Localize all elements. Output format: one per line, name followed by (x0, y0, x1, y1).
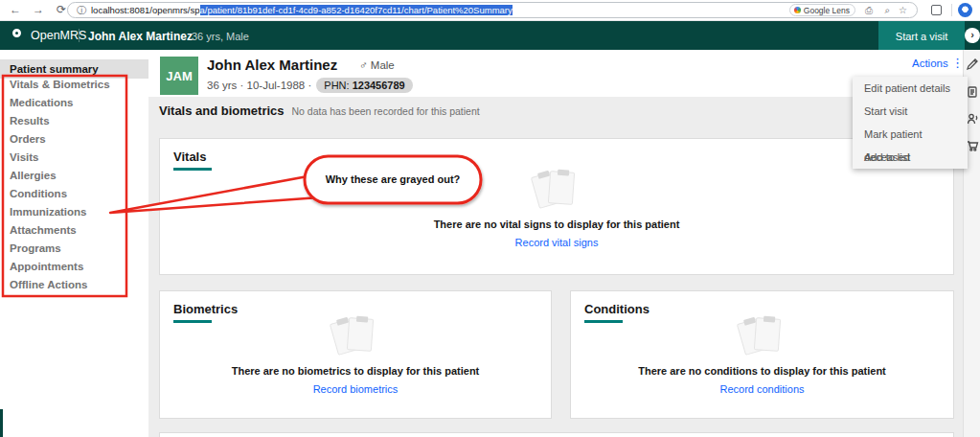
start-visit-button[interactable]: Start a visit (878, 21, 965, 50)
section-subtitle: No data has been recorded for this patie… (292, 105, 480, 117)
clinical-forms-icon[interactable] (966, 85, 979, 99)
url-plain: localhost:8081/openmrs/sp (91, 5, 200, 15)
openmrs-logo-icon[interactable] (12, 29, 21, 37)
sidebar-item-visits[interactable]: Visits (0, 149, 148, 167)
phn-value: 123456789 (353, 80, 405, 91)
avatar: JAM (160, 57, 198, 95)
profile-avatar[interactable] (958, 3, 972, 17)
sidebar-item-immunizations[interactable]: Immunizations (0, 203, 148, 221)
url-selected-text: a/patient/81b91def-cd1f-4cd9-a852-d16420… (200, 5, 513, 15)
patient-age-dob: 36 yrs · 10-Jul-1988 · (207, 80, 311, 91)
sidebar-item-results[interactable]: Results (0, 112, 148, 130)
menu-item-start-visit[interactable]: Start visit (853, 100, 968, 123)
sidebar-item-medications[interactable]: Medications (0, 94, 148, 112)
menu-item-add-to-list[interactable]: Add to list (853, 146, 968, 169)
left-nav: Patient summary Vitals & Biometrics Medi… (0, 50, 148, 437)
header-patient-meta: 36 yrs, Male (192, 31, 249, 42)
conditions-card: Conditions There are no conditions to di… (570, 290, 954, 419)
empty-state-illustration (533, 170, 581, 210)
header-divider (79, 29, 80, 42)
vitals-card: Vitals There are no vital signs to displ… (159, 138, 954, 275)
patient-name: John Alex Martinez (207, 57, 337, 73)
record-biometrics-link[interactable]: Record biometrics (313, 383, 399, 395)
header-patient-name: John Alex Martinez (88, 30, 193, 43)
conditions-card-title: Conditions (584, 302, 650, 316)
header-circle-button[interactable]: › (965, 28, 980, 43)
sidebar-item-allergies[interactable]: Allergies (0, 167, 148, 185)
actions-dropdown-menu: Edit patient details Start visit Mark pa… (853, 77, 968, 169)
google-lens-button[interactable]: Google Lens (789, 4, 855, 16)
person-icon[interactable] (966, 112, 979, 126)
url-bar[interactable]: ⓘ localhost:8081/openmrs/spa/patient/81b… (67, 2, 918, 18)
patient-demographics: 36 yrs · 10-Jul-1988 · PHN: 123456789 (207, 78, 413, 93)
sidebar-item-orders[interactable]: Orders (0, 130, 148, 149)
bookmark-star-icon[interactable]: ☆ (899, 5, 907, 15)
biometrics-empty-text: There are no biometrics to display for t… (232, 365, 480, 377)
empty-state-illustration (331, 316, 379, 356)
google-lens-label: Google Lens (804, 6, 850, 15)
phn-label: PHN: (324, 80, 349, 91)
cast-icon[interactable]: ⎙ (865, 5, 873, 16)
sidebar-item-vitals-biometrics[interactable]: Vitals & Biometrics (0, 76, 148, 94)
section-header: Vitals and biometrics No data has been r… (159, 104, 480, 118)
sidebar-item-conditions[interactable]: Conditions (0, 185, 148, 203)
google-lens-icon (794, 7, 801, 13)
record-vital-signs-link[interactable]: Record vital signs (515, 237, 599, 248)
url-text[interactable]: localhost:8081/openmrs/spa/patient/81b91… (91, 5, 513, 15)
vitals-card-title: Vitals (173, 150, 206, 164)
sidebar-item-attachments[interactable]: Attachments (0, 221, 148, 240)
next-card-partial (159, 432, 954, 437)
actions-button[interactable]: Actions (912, 58, 948, 69)
biometrics-card-title: Biometrics (173, 302, 238, 316)
patient-banner: JAM John Alex Martinez ♂ Male 36 yrs · 1… (148, 50, 964, 97)
sidebar-item-programs[interactable]: Programs (0, 240, 148, 258)
section-title: Vitals and biometrics (159, 104, 285, 118)
note-icon[interactable] (966, 58, 979, 71)
sidebar-item-offline-actions[interactable]: Offline Actions (0, 276, 148, 294)
zoom-icon[interactable]: ⌕ (884, 5, 890, 16)
left-edge-strip (0, 409, 3, 437)
menu-item-edit-patient-details[interactable]: Edit patient details (853, 77, 968, 100)
patient-gender: ♂ Male (359, 59, 395, 71)
vitals-empty-text: There are no vital signs to display for … (434, 218, 680, 230)
sidebar-item-appointments[interactable]: Appointments (0, 258, 148, 276)
conditions-empty-text: There are no conditions to display for t… (638, 365, 886, 377)
order-basket-icon[interactable] (966, 139, 979, 152)
side-panel-icon[interactable] (931, 5, 942, 15)
record-conditions-link[interactable]: Record conditions (719, 383, 804, 395)
toolbar-divider (951, 4, 952, 16)
biometrics-card: Biometrics There are no biometrics to di… (159, 290, 552, 419)
empty-state-illustration (739, 316, 786, 356)
forward-icon[interactable]: → (31, 2, 46, 17)
browser-toolbar: ← → ⟳ ⓘ localhost:8081/openmrs/spa/patie… (0, 0, 980, 21)
site-info-icon[interactable]: ⓘ (77, 4, 86, 17)
openmrs-patient-chart: ← → ⟳ ⓘ localhost:8081/openmrs/spa/patie… (0, 0, 980, 437)
phn-badge: PHN: 123456789 (316, 78, 412, 93)
app-header: OpenMRS John Alex Martinez 36 yrs, Male … (0, 21, 980, 50)
back-icon[interactable]: ← (8, 2, 23, 17)
menu-item-mark-patient-deceased[interactable]: Mark patient deceased (853, 123, 968, 146)
